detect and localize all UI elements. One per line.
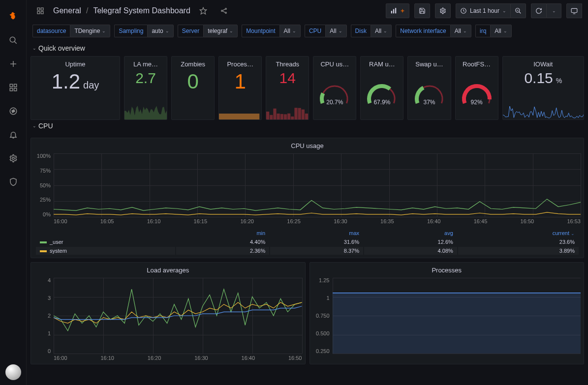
panel-title: IOWait xyxy=(503,57,584,70)
tv-mode-button[interactable] xyxy=(566,3,582,18)
svg-rect-6 xyxy=(10,89,12,91)
time-picker-button[interactable]: Last 1 hour ⌄ xyxy=(456,3,511,18)
panel-cpu-usage: CPU usage 100%75%50%25%0%16:0016:0516:10… xyxy=(31,138,584,258)
time-picker-label: Last 1 hour xyxy=(470,7,499,14)
zoom-out-button[interactable] xyxy=(511,3,526,18)
chevron-down-icon: ⌄ xyxy=(32,46,36,51)
variable-dropdown[interactable]: All ⌄ xyxy=(371,25,392,37)
variable-dropdown[interactable]: TDengine ⌄ xyxy=(70,25,110,37)
dashboards-icon[interactable] xyxy=(5,80,21,95)
variable-label: CPU xyxy=(305,25,325,37)
variable-label: Sampling xyxy=(114,25,147,37)
breadcrumb: General / Telegraf System Dashboard xyxy=(53,6,190,15)
x-tick: 16:40 xyxy=(242,355,255,364)
x-tick: 16:00 xyxy=(54,218,67,227)
refresh-interval-button[interactable]: ⌄ xyxy=(547,3,561,18)
svg-point-18 xyxy=(225,12,226,14)
x-tick: 16:10 xyxy=(100,355,114,364)
panel-title: Proces… xyxy=(219,57,261,70)
row-quick-overview-toggle[interactable]: ⌄ Quick overview xyxy=(27,42,588,56)
breadcrumb-folder[interactable]: General xyxy=(53,6,81,15)
star-icon[interactable] xyxy=(195,3,211,19)
explore-icon[interactable] xyxy=(5,103,21,119)
stat-panel-processes[interactable]: Proces…1 xyxy=(218,56,262,120)
svg-marker-9 xyxy=(12,110,15,113)
svg-point-10 xyxy=(12,157,14,160)
stat-panel-ram[interactable]: RAM u…67.9% xyxy=(360,56,403,120)
variable-cpu: CPUAll ⌄ xyxy=(305,25,347,37)
x-tick: 16:40 xyxy=(427,218,441,227)
settings-gear-icon[interactable] xyxy=(5,150,21,166)
svg-rect-37 xyxy=(277,114,280,119)
x-tick: 16:20 xyxy=(240,218,254,227)
y-tick: 0.750 xyxy=(310,313,330,319)
variable-label: Mountpoint xyxy=(242,25,279,37)
svg-rect-36 xyxy=(274,109,277,119)
dashboard-settings-button[interactable] xyxy=(435,3,451,18)
x-tick: 16:35 xyxy=(380,218,394,227)
cpu-legend-table: minmaxavgcurrent ⌄_user4.40%31.6%12.6%23… xyxy=(31,227,584,258)
variable-dropdown[interactable]: All ⌄ xyxy=(325,25,346,37)
svg-rect-38 xyxy=(280,114,283,119)
dashboard-grid-icon[interactable] xyxy=(32,3,48,19)
stat-panel-la[interactable]: LA me…2.7 xyxy=(124,56,167,120)
stat-panel-swap[interactable]: Swap u…37% xyxy=(407,56,451,120)
panel-title: CPU us… xyxy=(313,57,356,70)
stat-panel-cpu[interactable]: CPU us…20.7% xyxy=(313,56,356,120)
y-tick: 100% xyxy=(31,153,51,159)
x-tick: 16:05 xyxy=(100,218,114,227)
variable-server: Servertelegraf ⌄ xyxy=(178,25,238,37)
alerting-icon[interactable] xyxy=(5,127,21,143)
svg-rect-39 xyxy=(284,114,287,119)
legend-row[interactable]: system2.36%8.37%4.08%3.89% xyxy=(36,247,579,255)
y-tick: 75% xyxy=(31,168,51,174)
save-dashboard-button[interactable] xyxy=(414,3,430,18)
add-panel-button[interactable] xyxy=(386,3,409,18)
y-tick: 2 xyxy=(31,313,51,319)
svg-rect-5 xyxy=(14,84,16,87)
panel-processes: Processes 1.2510.7500.5000.250 xyxy=(309,262,585,364)
variable-disk: DiskAll ⌄ xyxy=(351,25,392,37)
x-tick: 16:50 xyxy=(288,355,302,364)
shield-icon[interactable] xyxy=(5,174,21,190)
share-icon[interactable] xyxy=(216,3,232,19)
refresh-button[interactable] xyxy=(531,3,547,18)
plus-icon[interactable] xyxy=(5,56,21,72)
user-avatar[interactable] xyxy=(5,364,21,380)
stat-panel-uptime[interactable]: Uptime1.2day xyxy=(31,56,120,120)
svg-rect-11 xyxy=(37,8,40,10)
breadcrumb-title[interactable]: Telegraf System Dashboard xyxy=(93,6,190,15)
variable-datasource: datasourceTDengine ⌄ xyxy=(32,25,110,37)
svg-line-29 xyxy=(519,12,521,14)
legend-col-avg[interactable]: avg xyxy=(364,229,457,237)
svg-line-19 xyxy=(222,9,225,11)
stat-panel-iowait[interactable]: IOWait0.15% xyxy=(502,56,584,120)
panel-title: Threads xyxy=(266,57,309,70)
variable-dropdown[interactable]: telegraf ⌄ xyxy=(203,25,238,37)
stat-panel-zombies[interactable]: Zombies0 xyxy=(171,56,215,120)
stat-panel-threads[interactable]: Threads14 xyxy=(266,56,309,120)
legend-col-current[interactable]: current ⌄ xyxy=(458,229,579,237)
panel-title: Swap u… xyxy=(408,57,450,70)
row-cpu-toggle[interactable]: ⌄ CPU xyxy=(27,120,588,134)
stat-panel-rootfs[interactable]: RootFS…92% xyxy=(455,56,498,120)
panel-title: LA me… xyxy=(124,57,167,70)
legend-row[interactable]: _user4.40%31.6%12.6%23.6% xyxy=(36,238,579,246)
grafana-logo-icon[interactable] xyxy=(5,9,21,25)
legend-col-max[interactable]: max xyxy=(270,229,363,237)
panel-title: RootFS… xyxy=(456,57,498,70)
svg-marker-15 xyxy=(200,7,206,14)
legend-col-min[interactable]: min xyxy=(176,229,269,237)
y-tick: 0.250 xyxy=(310,349,330,354)
y-tick: 0% xyxy=(31,212,51,217)
y-tick: 0.500 xyxy=(310,331,330,336)
row-title-label: CPU xyxy=(38,122,53,130)
svg-rect-45 xyxy=(305,114,308,119)
variable-dropdown[interactable]: All ⌄ xyxy=(450,25,471,37)
variable-dropdown[interactable]: All ⌄ xyxy=(279,25,301,37)
row-title-label: Quick overview xyxy=(38,44,85,52)
search-icon[interactable] xyxy=(5,32,21,48)
variable-dropdown[interactable]: auto ⌄ xyxy=(147,25,173,37)
x-tick: 16:30 xyxy=(334,218,347,227)
variable-dropdown[interactable]: All ⌄ xyxy=(490,25,511,37)
